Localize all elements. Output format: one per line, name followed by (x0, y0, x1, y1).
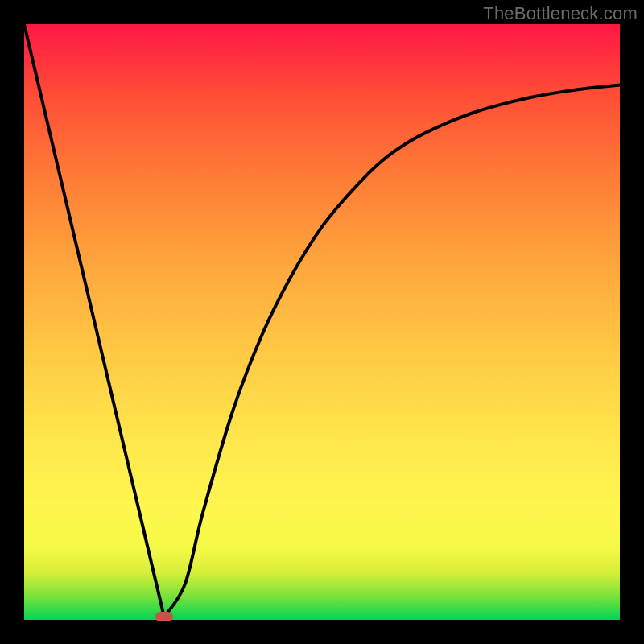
bottleneck-curve (24, 24, 620, 620)
optimal-point-marker (155, 612, 173, 621)
watermark-text: TheBottleneck.com (483, 3, 638, 24)
chart-frame: TheBottleneck.com (0, 0, 644, 644)
plot-area (24, 24, 620, 620)
